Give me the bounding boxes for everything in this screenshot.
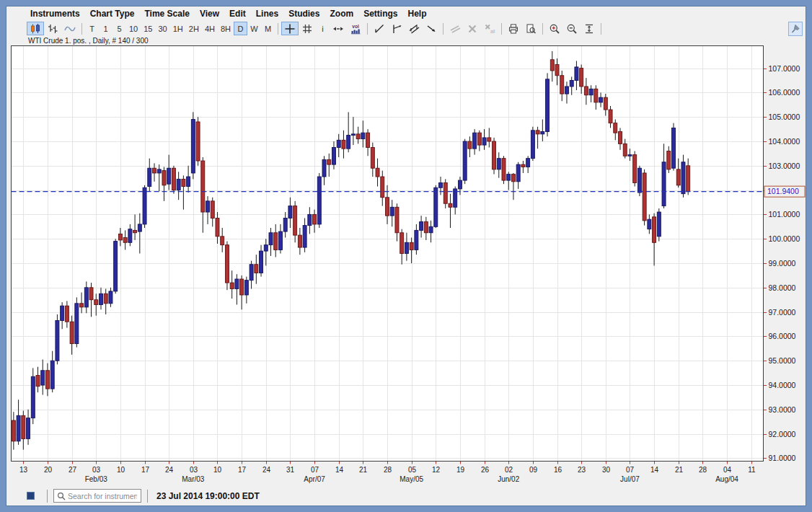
toolbar-separator (81, 23, 82, 35)
svg-text:02: 02 (505, 465, 513, 473)
trend-line-button[interactable] (371, 22, 388, 35)
svg-text:96.0000: 96.0000 (769, 332, 796, 340)
svg-text:24: 24 (262, 465, 271, 473)
menu-edit[interactable]: Edit (224, 7, 251, 20)
toolbar-separator (501, 23, 502, 35)
svg-text:101.9400: 101.9400 (767, 187, 799, 195)
parallel-channel-button[interactable] (405, 22, 423, 35)
svg-text:91.0000: 91.0000 (769, 454, 796, 462)
svg-text:28: 28 (384, 465, 392, 473)
zoom-in-button[interactable] (546, 22, 563, 35)
svg-text:vol: vol (352, 23, 359, 28)
panel-grip-button[interactable] (27, 492, 35, 500)
svg-text:03: 03 (190, 465, 198, 473)
separator (47, 490, 48, 503)
instrument-search-box[interactable] (53, 489, 141, 503)
svg-text:Mar/03: Mar/03 (182, 475, 205, 482)
tf-daily-button[interactable]: D (234, 22, 247, 35)
menu-studies[interactable]: Studies (283, 7, 325, 20)
volume-button[interactable]: vol (347, 22, 364, 35)
svg-text:13: 13 (19, 465, 28, 473)
svg-text:31: 31 (286, 465, 295, 473)
svg-text:27: 27 (69, 465, 77, 473)
menu-lines[interactable]: Lines (251, 7, 283, 20)
svg-text:92.0000: 92.0000 (769, 430, 796, 438)
delete-all-drawings-button[interactable]: all (481, 22, 498, 35)
ohlc-bars-button[interactable] (44, 22, 61, 35)
toolbar-separator (542, 23, 543, 35)
line-chart-button[interactable] (61, 22, 79, 35)
svg-text:Jul/07: Jul/07 (620, 475, 640, 482)
arrow-line-button[interactable] (423, 22, 440, 35)
menubar: InstrumentsChart TypeTime ScaleViewEditL… (6, 6, 806, 21)
crosshair-button[interactable] (281, 22, 299, 35)
time-axis[interactable]: 1320270310172403101724310714212805121926… (19, 461, 756, 482)
svg-text:103.0000: 103.0000 (769, 162, 800, 170)
tf-30-button[interactable]: 30 (156, 22, 170, 35)
svg-text:104.0000: 104.0000 (769, 137, 800, 146)
svg-text:19: 19 (456, 465, 465, 473)
menu-time-scale[interactable]: Time Scale (139, 7, 194, 20)
svg-text:07: 07 (626, 465, 635, 473)
menu-instruments[interactable]: Instruments (25, 7, 85, 20)
tf-1-button[interactable]: 1 (99, 22, 112, 35)
app-window: InstrumentsChart TypeTime ScaleViewEditL… (6, 6, 806, 506)
print-preview-button[interactable] (522, 22, 539, 35)
tf-10-button[interactable]: 10 (126, 22, 141, 35)
tf-monthly-button[interactable]: M (261, 22, 275, 35)
scroll-horizontal-button[interactable] (330, 22, 347, 35)
svg-text:Jun/02: Jun/02 (498, 475, 519, 482)
trend-ray-button[interactable] (388, 22, 405, 35)
price-chart[interactable]: 91.000092.000093.000094.000095.000096.00… (6, 45, 806, 487)
tf-8h-button[interactable]: 8H (218, 22, 234, 35)
zoom-out-button[interactable] (563, 22, 581, 35)
svg-text:26: 26 (481, 465, 490, 473)
menu-chart-type[interactable]: Chart Type (85, 7, 140, 20)
candlestick-chart-button[interactable] (27, 22, 44, 35)
svg-text:04: 04 (723, 465, 732, 473)
svg-text:all: all (490, 28, 495, 33)
svg-text:20: 20 (44, 465, 53, 473)
delete-drawing-button[interactable] (464, 22, 481, 35)
tf-2h-button[interactable]: 2H (186, 22, 202, 35)
tf-4h-button[interactable]: 4H (202, 22, 218, 35)
print-button[interactable] (505, 22, 522, 35)
search-icon (57, 492, 66, 500)
svg-text:24: 24 (165, 465, 174, 473)
search-input[interactable] (68, 492, 137, 500)
tf-weekly-button[interactable]: W (247, 22, 261, 35)
toolbar-separator (278, 23, 278, 35)
svg-text:30: 30 (602, 465, 611, 473)
svg-text:107.0000: 107.0000 (769, 64, 800, 73)
tf-15-button[interactable]: 15 (141, 22, 155, 35)
svg-text:28: 28 (699, 465, 707, 473)
svg-text:10: 10 (213, 465, 222, 473)
pin-panel-button[interactable] (788, 22, 803, 36)
grid-button[interactable] (299, 22, 316, 35)
svg-text:03: 03 (92, 465, 101, 473)
last-update-timestamp: 23 Jul 2014 19:00:00 EDT (156, 491, 260, 501)
svg-text:09: 09 (529, 465, 538, 473)
menu-help[interactable]: Help (402, 7, 431, 20)
fit-vertical-button[interactable] (581, 22, 598, 35)
tf-1h-button[interactable]: 1H (170, 22, 186, 35)
svg-text:95.0000: 95.0000 (769, 356, 796, 365)
svg-text:97.0000: 97.0000 (769, 308, 796, 317)
svg-text:105.0000: 105.0000 (769, 112, 800, 121)
price-axis[interactable]: 91.000092.000093.000094.000095.000096.00… (764, 64, 800, 462)
tf-5-button[interactable]: 5 (112, 22, 126, 35)
menu-view[interactable]: View (195, 7, 224, 20)
svg-text:14: 14 (335, 465, 344, 473)
svg-text:Feb/03: Feb/03 (85, 475, 108, 482)
toolbar-separator (601, 23, 601, 35)
svg-text:14: 14 (650, 465, 659, 473)
menu-settings[interactable]: Settings (358, 7, 402, 20)
menu-zoom[interactable]: Zoom (325, 7, 358, 20)
svg-text:17: 17 (141, 465, 150, 473)
tf-tick-button[interactable]: T (85, 22, 99, 35)
info-button[interactable]: i (316, 22, 330, 35)
separator (147, 490, 148, 503)
parallel-lines-button[interactable] (446, 22, 464, 35)
svg-text:07: 07 (311, 465, 319, 473)
svg-text:21: 21 (359, 465, 368, 473)
